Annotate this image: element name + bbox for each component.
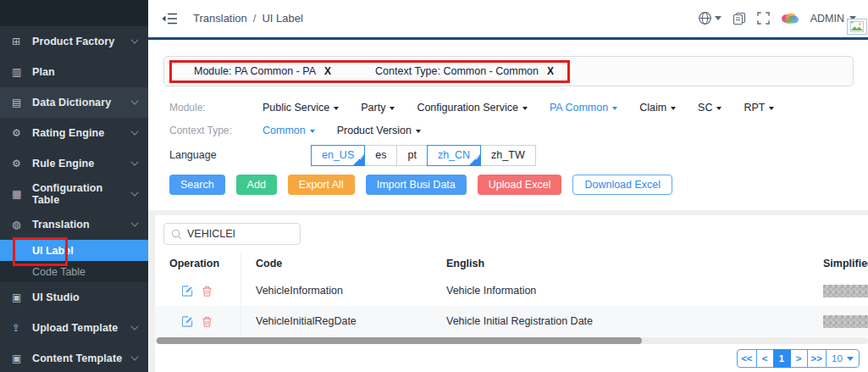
app-window: ⊞ Product Factory ▥ Plan ▤ Data Dictiona…	[0, 0, 868, 372]
check-icon: ✓	[359, 148, 365, 168]
search-button[interactable]: Search	[169, 175, 225, 195]
caret-down-icon	[310, 130, 315, 133]
sidebar-item-data-dictionary[interactable]: ▤ Data Dictionary	[0, 87, 148, 118]
chevron-down-icon	[130, 97, 138, 104]
operation-cell	[155, 306, 241, 336]
header-actions: ADMIN	[698, 11, 856, 25]
sidebar-item-upload-template[interactable]: ⇪ Upload Template	[0, 313, 148, 343]
language-toggle-label: en_US	[322, 149, 354, 161]
pagination-last-button[interactable]: >>	[807, 349, 827, 368]
caret-down-icon	[334, 107, 339, 110]
module-option-rpt[interactable]: RPT	[744, 102, 774, 114]
sidebar-item-label: Configuration Table	[32, 182, 131, 206]
language-toggle-label: pt	[407, 149, 416, 161]
language-toggle-en-us[interactable]: en_US✓	[311, 145, 365, 166]
context-option-common[interactable]: Common	[263, 125, 315, 136]
module-option-configuration-service[interactable]: Configuration Service	[417, 102, 528, 114]
delete-icon[interactable]	[202, 286, 213, 297]
caret-down-icon	[769, 107, 774, 110]
language-globe-icon[interactable]	[698, 11, 721, 25]
sidebar-item-ui-studio[interactable]: ▣ UI Studio	[0, 282, 148, 313]
context-type-filter-row: Context Type: Common Product Version	[163, 120, 854, 141]
chevron-down-icon	[130, 219, 138, 226]
context-option-product-version[interactable]: Product Version	[337, 125, 421, 136]
download-excel-button[interactable]: Download Excel	[572, 175, 672, 195]
import-busi-data-button[interactable]: Import Busi Data	[366, 175, 467, 195]
option-label: Party	[361, 102, 385, 114]
ui-studio-icon: ▣	[12, 291, 25, 303]
module-option-public-service[interactable]: Public Service	[263, 102, 339, 114]
upload-template-icon: ⇪	[12, 322, 25, 334]
module-option-pa-common[interactable]: PA Common	[550, 102, 617, 114]
plan-icon: ▥	[12, 66, 25, 78]
table-search-field[interactable]	[163, 223, 301, 245]
language-toggle-pt[interactable]: pt	[396, 145, 427, 166]
caret-down-icon	[416, 130, 421, 133]
edit-icon[interactable]	[182, 286, 193, 297]
sidebar-item-configuration-table[interactable]: ▦ Configuration Table	[0, 179, 148, 209]
filter-tag-label: Module: PA Common - PA	[194, 65, 316, 77]
option-label: SC	[698, 102, 712, 114]
app-logo	[0, 0, 148, 26]
export-all-button[interactable]: Export All	[288, 175, 355, 195]
language-toggle-es[interactable]: es	[364, 145, 397, 166]
sidebar-item-translation[interactable]: ◍ Translation	[0, 209, 148, 240]
sidebar: ⊞ Product Factory ▥ Plan ▤ Data Dictiona…	[0, 0, 148, 372]
admin-label: ADMIN	[810, 13, 844, 25]
language-toggle-zh-tw[interactable]: zh_TW	[480, 145, 536, 166]
brand-logo-icon	[781, 12, 799, 25]
table-row: VehicleInitialRegDate Vehicle Initial Re…	[155, 306, 868, 336]
fullscreen-icon[interactable]	[757, 12, 770, 25]
pagination-first-button[interactable]: <<	[737, 349, 756, 368]
sidebar-item-label: Product Factory	[32, 36, 131, 47]
add-button[interactable]: Add	[236, 175, 277, 195]
sidebar-item-label: Rule Engine	[32, 158, 131, 169]
sidebar-item-label: UI Studio	[32, 291, 138, 303]
context-type-label: Context Type:	[169, 125, 242, 136]
sidebar-item-product-factory[interactable]: ⊞ Product Factory	[0, 26, 148, 57]
chevron-down-icon	[130, 127, 138, 135]
filter-section: Module: PA Common - PA X Context Type: C…	[148, 40, 868, 210]
sidebar-item-rule-engine[interactable]: ⚙ Rule Engine	[0, 148, 148, 179]
search-input[interactable]	[187, 228, 280, 240]
chevron-down-icon	[130, 322, 138, 330]
simplified-cell	[809, 275, 868, 306]
sidebar-item-label: Content Template	[32, 353, 131, 364]
breadcrumb-section[interactable]: Translation	[193, 12, 247, 25]
caret-down-icon	[847, 357, 854, 361]
breadcrumb-page: UI Label	[262, 12, 302, 25]
option-label: Claim	[639, 102, 666, 114]
horizontal-scrollbar[interactable]	[155, 337, 868, 344]
pagination-page-1[interactable]: 1	[773, 349, 791, 368]
sidebar-item-label: Rating Engine	[32, 127, 131, 139]
upload-excel-button[interactable]: Upload Excel	[478, 175, 562, 195]
pagination-next-button[interactable]: >	[790, 349, 808, 368]
translation-submenu: UI Label Code Table	[0, 240, 148, 282]
module-option-sc[interactable]: SC	[698, 102, 721, 114]
remove-filter-icon[interactable]: X	[547, 65, 554, 77]
sidebar-item-plan[interactable]: ▥ Plan	[0, 57, 148, 87]
pagination-prev-button[interactable]: <	[756, 349, 774, 368]
col-header-simplified: Simplified	[809, 252, 868, 275]
chevron-down-icon	[130, 188, 138, 196]
language-toggle-label: es	[375, 149, 386, 161]
sidebar-item-label: Translation	[32, 219, 131, 230]
page-size-select[interactable]: 10	[826, 349, 860, 368]
scrollbar-thumb[interactable]	[157, 337, 642, 344]
language-toggle-zh-cn[interactable]: zh_CN✓	[427, 145, 481, 166]
ui-label-table: Operation Code English Simplified	[155, 252, 868, 336]
language-toggle-label: zh_CN	[438, 149, 470, 161]
rating-engine-icon: ⚙	[12, 127, 25, 139]
content-template-icon: ▣	[12, 353, 25, 364]
sidebar-item-ui-label[interactable]: UI Label	[0, 240, 148, 261]
sidebar-item-rating-engine[interactable]: ⚙ Rating Engine	[0, 118, 148, 148]
remove-filter-icon[interactable]: X	[324, 65, 331, 77]
edit-icon[interactable]	[182, 316, 193, 327]
sidebar-item-content-template[interactable]: ▣ Content Template	[0, 343, 148, 372]
module-option-party[interactable]: Party	[361, 102, 395, 114]
delete-icon[interactable]	[202, 316, 213, 327]
collapse-sidebar-icon[interactable]	[162, 13, 178, 25]
sidebar-item-code-table[interactable]: Code Table	[0, 261, 148, 282]
module-option-claim[interactable]: Claim	[639, 102, 676, 114]
copy-icon[interactable]	[733, 12, 746, 25]
